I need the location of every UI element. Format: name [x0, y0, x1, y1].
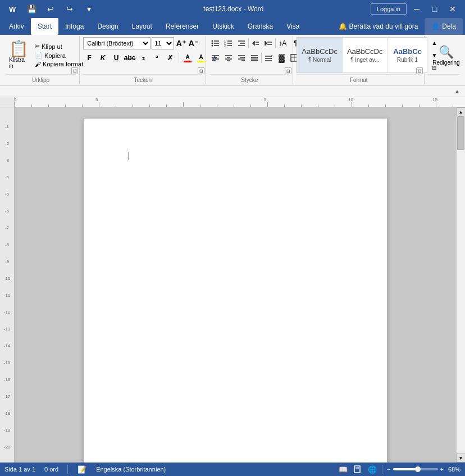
align-right-button[interactable] [235, 52, 248, 64]
document-area[interactable] [15, 107, 456, 463]
separator3 [275, 38, 276, 48]
print-layout-icon[interactable] [353, 464, 363, 474]
menu-item-layout[interactable]: Layout [125, 18, 159, 35]
menu-item-visa[interactable]: Visa [280, 18, 306, 35]
scroll-down-button[interactable]: ▼ [457, 454, 466, 463]
document-page[interactable] [84, 119, 387, 463]
bullets-button[interactable] [209, 37, 222, 49]
numbering-button[interactable]: 1.2.3. [222, 37, 235, 49]
para-row-1: 1.2.3. ↕A ¶ [209, 37, 302, 49]
justify-button[interactable] [248, 52, 261, 64]
paste-button[interactable]: 📋 Klistra in [6, 37, 32, 73]
styles-expand-button[interactable]: ⊡ [416, 67, 423, 74]
paragraph-expand-button[interactable]: ⊡ [285, 67, 291, 74]
highlight-button[interactable]: A [195, 52, 207, 64]
editing-group-content: 🔍 Redigering [428, 37, 464, 73]
svg-rect-48 [354, 466, 360, 473]
menu-item-granska[interactable]: Granska [241, 18, 280, 35]
style-preview-heading1: AaBbCc [393, 47, 422, 56]
save-button[interactable]: 💾 [24, 1, 39, 17]
redo-button[interactable]: ↪ [62, 1, 78, 17]
zoom-slider: − + [387, 466, 444, 473]
zoom-fill [393, 468, 418, 470]
ruler-container: 10551015 [0, 97, 465, 107]
align-center-button[interactable] [222, 52, 235, 64]
title-text: test123.docx - Word [97, 5, 371, 13]
sort-button[interactable]: ↕A [276, 37, 289, 49]
undo-button[interactable]: ↩ [43, 1, 58, 17]
minimize-button[interactable]: ─ [409, 1, 425, 17]
share-icon: 👤 [431, 22, 440, 30]
zoom-minus-icon[interactable]: − [387, 466, 390, 473]
close-button[interactable]: ✕ [445, 1, 461, 17]
zoom-percent[interactable]: 68% [448, 466, 461, 473]
underline-button[interactable]: U [110, 52, 122, 64]
svg-point-7 [212, 45, 213, 47]
copy-icon: 📄 [35, 52, 43, 59]
word-icon-button[interactable]: W [4, 1, 20, 17]
clipboard-expand-button[interactable]: ⊡ [71, 67, 78, 74]
web-view-icon[interactable]: 🌐 [367, 464, 377, 474]
menu-item-referenser[interactable]: Referenser [159, 18, 206, 35]
text-color-button[interactable]: A [181, 52, 194, 64]
cut-button[interactable]: ✂ Klipp ut [33, 42, 85, 51]
menu-item-design[interactable]: Design [90, 18, 125, 35]
format-painter-icon: 🖌 [35, 61, 41, 67]
menu-item-start[interactable]: Start [31, 18, 58, 35]
align-left-button[interactable] [209, 52, 222, 64]
shading-button[interactable]: ▓ [275, 52, 288, 64]
ribbon-group-styles: AaBbCcDc ¶ Normal AaBbCcDc ¶ Inget av...… [293, 36, 425, 84]
style-item-normal[interactable]: AaBbCcDc ¶ Normal [297, 38, 343, 72]
scroll-thumb[interactable] [457, 116, 464, 150]
font-color-bar [184, 61, 192, 62]
title-bar: W 💾 ↩ ↪ ▾ test123.docx - Word Logga in ─… [0, 0, 465, 18]
font-size-select[interactable]: 11 [152, 37, 174, 49]
share-label: Dela [442, 22, 456, 30]
ribbon-collapse-button[interactable]: ▲ [452, 87, 463, 97]
zoom-track[interactable] [393, 468, 438, 470]
clipboard-label: Urklipp [6, 76, 76, 83]
word-count: 0 ord [44, 466, 58, 473]
status-separator-1 [67, 465, 68, 474]
copy-button[interactable]: 📄 Kopiera [33, 51, 85, 60]
editing-label: Redigering [432, 60, 459, 66]
menu-item-dela[interactable]: 👤 Dela [425, 18, 463, 35]
styles-label: Format [297, 76, 421, 83]
read-mode-icon[interactable]: 📖 [338, 464, 348, 474]
title-bar-right: Logga in ─ □ ✕ [371, 1, 461, 17]
zoom-plus-icon[interactable]: + [440, 466, 444, 473]
document-review-icon[interactable]: 📝 [77, 464, 87, 474]
decrease-indent-button[interactable] [249, 37, 262, 49]
ribbon-collapse-bar: ▲ [0, 86, 465, 97]
editing-button[interactable]: 🔍 Redigering [428, 43, 464, 68]
font-grow-button[interactable]: A⁺ [175, 38, 186, 49]
scroll-track [457, 116, 465, 454]
style-item-no-spacing[interactable]: AaBbCcDc ¶ Inget av... [343, 38, 388, 72]
font-shrink-button[interactable]: A⁻ [188, 38, 199, 49]
format-painter-button[interactable]: 🖌 Kopiera format [33, 60, 85, 68]
bold-button[interactable]: F [83, 52, 95, 64]
font-name-select[interactable]: Calibri (Brödtext) [83, 37, 151, 49]
menu-item-arkiv[interactable]: Arkiv [2, 18, 31, 35]
para-row-2: ▓ [209, 52, 300, 64]
subscript-button[interactable]: ₂ [137, 52, 149, 64]
superscript-button[interactable]: ² [151, 52, 163, 64]
menu-item-utskick[interactable]: Utskick [206, 18, 241, 35]
maximize-button[interactable]: □ [427, 1, 443, 17]
line-spacing-button[interactable] [262, 52, 275, 64]
increase-indent-button[interactable] [262, 37, 275, 49]
more-commands-button[interactable]: ▾ [81, 1, 97, 17]
scroll-up-button[interactable]: ▲ [457, 107, 466, 116]
language-label[interactable]: Engelska (Storbritannien) [96, 466, 166, 473]
italic-button[interactable]: K [97, 52, 109, 64]
style-preview-no-spacing: AaBbCcDc [347, 47, 383, 56]
clear-format-button[interactable]: ✗ [164, 52, 176, 64]
menu-item-help[interactable]: 🔔 Berätta vad du vill göra [332, 18, 425, 35]
login-button[interactable]: Logga in [371, 3, 407, 15]
font-expand-button[interactable]: ⊡ [198, 67, 204, 74]
menu-item-infoga[interactable]: Infoga [58, 18, 90, 35]
strikethrough-button[interactable]: abc [124, 52, 136, 64]
font-label: Tecken [83, 76, 202, 83]
zoom-thumb[interactable] [415, 466, 421, 472]
multilevel-button[interactable] [235, 37, 248, 49]
